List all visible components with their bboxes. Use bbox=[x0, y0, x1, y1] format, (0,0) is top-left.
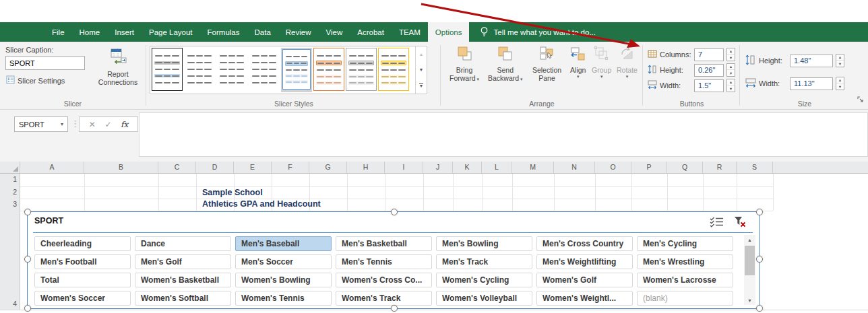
slicer-item[interactable]: Men's Wrestling bbox=[637, 254, 733, 269]
column-header-E[interactable]: E bbox=[234, 162, 272, 173]
resize-handle[interactable] bbox=[391, 305, 398, 312]
size-dialog-launcher-icon[interactable] bbox=[857, 94, 865, 106]
cancel-icon[interactable]: ✕ bbox=[89, 120, 96, 129]
align-button[interactable]: Align▾ bbox=[569, 43, 586, 83]
button-height-spinner[interactable]: ▲▼ bbox=[726, 63, 735, 77]
slicer-item[interactable]: Men's Basketball bbox=[336, 236, 432, 251]
column-header-F[interactable]: F bbox=[272, 162, 309, 173]
slicer-item[interactable]: Men's Baseball bbox=[235, 236, 332, 251]
slicer-style-option[interactable] bbox=[346, 48, 377, 91]
row-header-2[interactable]: 2 bbox=[0, 188, 17, 196]
tab-page-layout[interactable]: Page Layout bbox=[142, 22, 200, 42]
size-width-spinner[interactable]: ▲▼ bbox=[836, 77, 844, 90]
gallery-more-button[interactable]: ▼ bbox=[416, 78, 427, 94]
button-width-input[interactable]: 1.5" bbox=[694, 79, 724, 92]
tell-me-box[interactable]: Tell me what you want to do... bbox=[480, 22, 596, 42]
bring-forward-button[interactable]: Bring Forward▾ bbox=[447, 43, 481, 83]
name-box-dropdown-icon[interactable]: ▾ bbox=[61, 121, 63, 127]
slicer-item[interactable]: Men's Golf bbox=[135, 254, 231, 269]
slicer-item[interactable]: Women's Bowling bbox=[235, 273, 332, 287]
slicer-item[interactable]: Women's Cycling bbox=[436, 273, 532, 287]
column-header-I[interactable]: I bbox=[385, 162, 423, 173]
column-header-G[interactable]: G bbox=[309, 162, 347, 173]
resize-handle[interactable] bbox=[756, 256, 763, 263]
tab-view[interactable]: View bbox=[319, 22, 350, 42]
column-header-Q[interactable]: Q bbox=[667, 162, 703, 173]
columns-input[interactable]: 7 bbox=[694, 48, 724, 61]
tab-data[interactable]: Data bbox=[247, 22, 278, 42]
slicer-style-option[interactable] bbox=[184, 48, 215, 91]
scrollbar-thumb[interactable] bbox=[745, 246, 755, 275]
slicer-item[interactable]: Women's Weightl... bbox=[536, 291, 633, 306]
column-header-K[interactable]: K bbox=[453, 162, 482, 173]
select-all-corner[interactable] bbox=[0, 162, 20, 173]
tab-insert[interactable]: Insert bbox=[107, 22, 142, 42]
button-width-spinner[interactable]: ▲▼ bbox=[726, 79, 735, 92]
column-header-O[interactable]: O bbox=[595, 162, 631, 173]
tab-file[interactable]: File bbox=[44, 22, 72, 42]
resize-handle[interactable] bbox=[756, 305, 763, 312]
slicer-item[interactable]: Men's Football bbox=[34, 254, 131, 269]
tab-acrobat[interactable]: Acrobat bbox=[350, 22, 392, 42]
column-header-R[interactable]: R bbox=[703, 162, 737, 173]
column-header-B[interactable]: B bbox=[84, 162, 158, 173]
slicer-item[interactable]: Women's Track bbox=[336, 291, 432, 306]
scroll-up-icon[interactable]: ▲ bbox=[744, 235, 755, 244]
slicer-item[interactable]: Men's Cycling bbox=[637, 236, 733, 251]
column-header-J[interactable]: J bbox=[423, 162, 453, 173]
slicer-item[interactable]: Women's Basketball bbox=[135, 273, 231, 287]
formula-input[interactable] bbox=[139, 112, 868, 157]
gallery-scroll-down[interactable]: ▼ bbox=[416, 62, 427, 77]
column-header-D[interactable]: D bbox=[196, 162, 234, 173]
column-header-A[interactable]: A bbox=[20, 162, 84, 173]
clear-filter-icon[interactable] bbox=[734, 216, 746, 230]
column-header-M[interactable]: M bbox=[512, 162, 554, 173]
selection-pane-button[interactable]: Selection Pane bbox=[530, 43, 565, 83]
slicer-item[interactable]: Men's Weightlifting bbox=[536, 254, 633, 269]
columns-spinner[interactable]: ▲▼ bbox=[726, 48, 735, 61]
name-box[interactable]: SPORT ▾ bbox=[14, 116, 68, 132]
slicer-scrollbar[interactable]: ▲ ▼ bbox=[744, 235, 755, 305]
slicer-item[interactable]: Women's Lacrosse bbox=[637, 273, 733, 287]
resize-handle[interactable] bbox=[756, 209, 763, 215]
slicer-style-option[interactable] bbox=[313, 48, 344, 91]
slicer-item[interactable]: Women's Softball bbox=[135, 291, 231, 306]
size-width-input[interactable]: 11.13" bbox=[790, 77, 833, 90]
slicer-item[interactable]: Cheerleading bbox=[34, 236, 131, 251]
enter-icon[interactable]: ✓ bbox=[104, 120, 111, 129]
resize-handle[interactable] bbox=[391, 209, 398, 215]
insert-function-icon[interactable]: fx bbox=[121, 120, 128, 129]
size-height-input[interactable]: 1.48" bbox=[790, 55, 833, 67]
tab-home[interactable]: Home bbox=[72, 22, 108, 42]
slicer-item[interactable]: Women's Soccer bbox=[34, 291, 131, 306]
row-header-1[interactable]: 1 bbox=[0, 175, 17, 183]
row-header-4[interactable]: 4 bbox=[0, 300, 17, 308]
column-header-P[interactable]: P bbox=[631, 162, 667, 173]
slicer-item[interactable]: Men's Bowling bbox=[436, 236, 532, 251]
row-header-3[interactable]: 3 bbox=[0, 200, 17, 208]
resize-handle[interactable] bbox=[24, 209, 31, 215]
slicer-item[interactable]: Women's Cross Co... bbox=[336, 273, 432, 287]
column-header-C[interactable]: C bbox=[158, 162, 196, 173]
slicer-style-option[interactable] bbox=[216, 48, 247, 91]
gallery-scroll-up[interactable]: ▲ bbox=[416, 46, 427, 62]
column-header-H[interactable]: H bbox=[347, 162, 385, 173]
resize-handle[interactable] bbox=[24, 305, 31, 312]
slicer-caption-input[interactable] bbox=[5, 56, 85, 70]
slicer-item[interactable]: Women's Volleyball bbox=[436, 291, 532, 306]
column-header-S[interactable]: S bbox=[737, 162, 773, 173]
tab-team[interactable]: TEAM bbox=[392, 22, 428, 42]
slicer-style-option-selected[interactable] bbox=[281, 48, 312, 92]
slicer-item[interactable]: Men's Tennis bbox=[336, 254, 432, 269]
tab-review[interactable]: Review bbox=[278, 22, 319, 42]
slicer-item[interactable]: Dance bbox=[135, 236, 231, 251]
report-connections-button[interactable]: Report Connections bbox=[93, 45, 143, 87]
slicer-item[interactable]: (blank) bbox=[637, 291, 733, 306]
slicer-item[interactable]: Women's Tennis bbox=[235, 291, 332, 306]
slicer-item[interactable]: Men's Track bbox=[436, 254, 532, 269]
column-header-N[interactable]: N bbox=[554, 162, 595, 173]
tab-options[interactable]: Options bbox=[428, 22, 470, 42]
resize-handle[interactable] bbox=[24, 256, 31, 263]
sport-slicer[interactable]: SPORT CheerleadingDanceMen's BaseballMen… bbox=[27, 211, 760, 309]
multi-select-icon[interactable] bbox=[710, 217, 724, 230]
